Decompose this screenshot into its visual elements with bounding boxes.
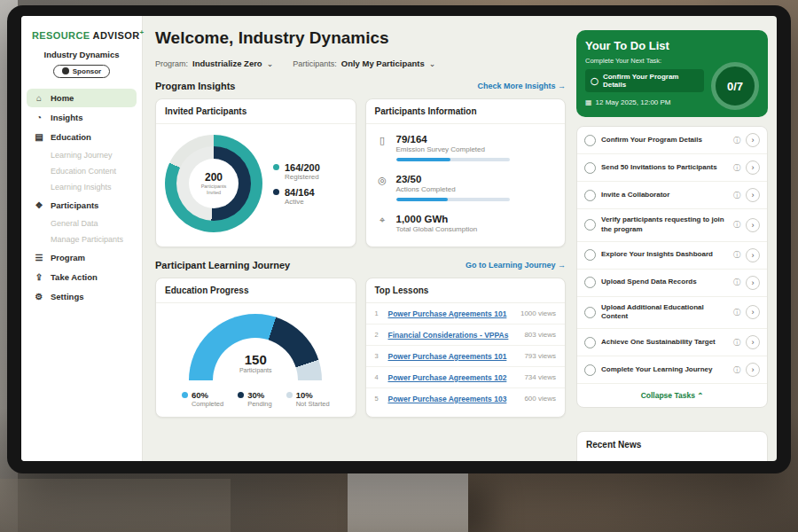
task-checkbox[interactable] bbox=[584, 190, 596, 201]
chevron-right-icon[interactable]: › bbox=[746, 188, 760, 202]
sidebar-item-insights[interactable]: ◔ Insights bbox=[27, 108, 137, 127]
sidebar-item-label: Program bbox=[51, 253, 85, 262]
lesson-views: 600 views bbox=[524, 395, 556, 403]
learning-journey-title: Participant Learning Journey bbox=[155, 260, 290, 270]
sidebar-item-take-action[interactable]: ⇪ Take Action bbox=[27, 268, 137, 286]
task-checkbox[interactable] bbox=[584, 219, 596, 231]
task-row-achieve-one-sustainability-target[interactable]: Achieve One Sustainability Target ⓘ › bbox=[577, 329, 767, 356]
calendar-icon: ▦ bbox=[585, 98, 592, 106]
sidebar-subitem-general-data[interactable]: General Data bbox=[21, 215, 142, 231]
check-more-insights-link[interactable]: Check More Insights → bbox=[477, 82, 566, 90]
collapse-tasks-link[interactable]: Collapse Tasks ⌃ bbox=[577, 384, 767, 407]
task-row-complete-your-learning-journey[interactable]: Complete Your Learning Journey ⓘ › bbox=[577, 356, 767, 384]
sidebar-item-participants[interactable]: ❖ Participants bbox=[27, 196, 137, 215]
chevron-right-icon[interactable]: › bbox=[746, 305, 760, 319]
next-task-pill[interactable]: ◯ Confirm Your Program Details bbox=[585, 69, 704, 92]
lesson-link[interactable]: Power Purchase Agreements 101 bbox=[388, 309, 514, 318]
sidebar-item-education[interactable]: ▤ Education bbox=[27, 128, 137, 146]
todo-title: Your To Do List bbox=[585, 39, 759, 52]
task-row-explore-your-insights-dashboard[interactable]: Explore Your Insights Dashboard ⓘ › bbox=[577, 242, 767, 270]
stat-label: Actions Completed bbox=[396, 185, 510, 193]
participants-stats: ▯ 79/164 Emission Survey Completed ◎ 23/… bbox=[366, 124, 566, 246]
chevron-right-icon[interactable]: › bbox=[746, 335, 760, 349]
location-icon: ⌖ bbox=[377, 215, 388, 233]
participants-icon: ❖ bbox=[34, 200, 44, 210]
task-label: Send 50 Invitations to Participants bbox=[601, 163, 728, 173]
lesson-link[interactable]: Power Purchase Agreements 102 bbox=[388, 373, 519, 382]
sidebar-subitem-manage-participants[interactable]: Manage Participants bbox=[21, 231, 142, 247]
due-date-text: 12 May 2025, 12:00 PM bbox=[596, 98, 671, 106]
recent-news-card: Recent News bbox=[576, 431, 768, 461]
legend-value: 84/164 bbox=[285, 187, 315, 198]
task-checkbox[interactable] bbox=[584, 249, 596, 261]
stat-label: Emission Survey Completed bbox=[396, 145, 510, 153]
sidebar-item-label: Education bbox=[51, 132, 91, 142]
invited-legend: 164/200 Registered 84/164 Active bbox=[273, 156, 320, 212]
education-legend-item: 30% Pending bbox=[238, 390, 272, 408]
sidebar-item-home[interactable]: ⌂ Home bbox=[27, 89, 137, 107]
invited-card-title: Invited Participants bbox=[156, 99, 356, 124]
program-insights-title: Program Insights bbox=[155, 81, 235, 91]
invited-donut-chart: 200 Participants Invited bbox=[165, 135, 262, 232]
task-checkbox[interactable] bbox=[584, 277, 596, 288]
task-checkbox[interactable] bbox=[584, 162, 596, 174]
task-label: Invite a Collaborator bbox=[601, 191, 728, 200]
task-checkbox[interactable] bbox=[584, 364, 596, 376]
legend-dot-icon bbox=[182, 392, 188, 398]
gauge-center-value: 150 bbox=[213, 352, 298, 367]
sidebar-subitem-learning-insights[interactable]: Learning Insights bbox=[21, 179, 142, 195]
legend-dot-icon bbox=[286, 392, 293, 398]
chevron-right-icon[interactable]: › bbox=[746, 160, 760, 175]
lesson-rank: 1 bbox=[375, 309, 382, 317]
info-icon: ⓘ bbox=[733, 278, 740, 287]
logo-secondary: ADVISOR bbox=[93, 30, 140, 41]
sidebar-nav: ⌂ Home ◔ Insights ▤ Education Learning J… bbox=[21, 89, 142, 306]
chevron-right-icon[interactable]: › bbox=[746, 276, 760, 290]
chevron-right-icon[interactable]: › bbox=[746, 133, 760, 147]
task-row-upload-spend-data-records[interactable]: Upload Spend Data Records ⓘ › bbox=[577, 270, 767, 297]
participants-filter[interactable]: Participants: Only My Participants ⌄ bbox=[293, 59, 435, 68]
task-checkbox[interactable] bbox=[584, 307, 596, 318]
legend-value: 164/200 bbox=[285, 162, 320, 173]
task-row-verify-participants-requesting-to-join-the-program[interactable]: Verify participants requesting to join t… bbox=[577, 209, 767, 242]
task-row-confirm-your-program-details[interactable]: Confirm Your Program Details ⓘ › bbox=[577, 127, 767, 154]
program-filter[interactable]: Program: Industrialize Zero ⌄ bbox=[155, 59, 273, 68]
lesson-link[interactable]: Financial Considerations - VPPAs bbox=[388, 331, 519, 340]
lesson-link[interactable]: Power Purchase Agreements 103 bbox=[388, 395, 519, 403]
chevron-right-icon[interactable]: › bbox=[746, 248, 760, 262]
take-action-icon: ⇪ bbox=[34, 272, 44, 282]
sidebar-item-program[interactable]: ☰ Program bbox=[27, 248, 137, 267]
legend-label: Active bbox=[285, 198, 315, 206]
chevron-right-icon[interactable]: › bbox=[746, 218, 760, 232]
task-label: Upload Spend Data Records bbox=[601, 278, 728, 287]
info-icon: ⓘ bbox=[733, 136, 740, 145]
next-task-label: Confirm Your Program Details bbox=[603, 73, 699, 89]
task-row-upload-additional-educational-content[interactable]: Upload Additional Educational Content ⓘ … bbox=[577, 297, 767, 330]
stat-row-emission-survey-completed: ▯ 79/164 Emission Survey Completed bbox=[377, 128, 555, 168]
education-legend-item: 10% Not Started bbox=[286, 390, 330, 408]
sponsor-label: Sponsor bbox=[73, 67, 101, 75]
task-row-send-50-invitations-to-participants[interactable]: Send 50 Invitations to Participants ⓘ › bbox=[577, 154, 767, 182]
sidebar: RESOURCE ADVISOR+ Industry Dynamics Spon… bbox=[21, 16, 143, 461]
sidebar-subitem-education-content[interactable]: Education Content bbox=[21, 163, 142, 179]
stat-value: 1,000 GWh bbox=[396, 214, 478, 224]
participants-info-title: Participants Information bbox=[366, 99, 566, 124]
task-checkbox[interactable] bbox=[584, 135, 596, 146]
task-row-invite-a-collaborator[interactable]: Invite a Collaborator ⓘ › bbox=[577, 182, 767, 209]
lesson-link[interactable]: Power Purchase Agreements 101 bbox=[388, 352, 519, 361]
sidebar-subitem-learning-journey[interactable]: Learning Journey bbox=[21, 147, 142, 163]
info-icon: ⓘ bbox=[733, 308, 740, 317]
lesson-rank: 5 bbox=[375, 395, 382, 403]
sidebar-item-settings[interactable]: ⚙ Settings bbox=[27, 287, 137, 306]
program-filter-label: Program: bbox=[155, 59, 188, 68]
education-card-body: 150 Participants 60% Completed 30% Pendi… bbox=[156, 303, 356, 417]
invited-legend-item: 164/200 Registered bbox=[273, 162, 320, 181]
todo-progress-ring: 0/7 bbox=[711, 62, 759, 110]
legend-label: Pending bbox=[247, 400, 272, 408]
go-to-learning-journey-link[interactable]: Go to Learning Journey → bbox=[466, 261, 566, 270]
task-label: Explore Your Insights Dashboard bbox=[601, 250, 728, 260]
chevron-right-icon[interactable]: › bbox=[746, 363, 760, 377]
learning-journey-header: Participant Learning Journey Go to Learn… bbox=[155, 260, 566, 270]
sidebar-item-label: Participants bbox=[51, 200, 98, 210]
task-checkbox[interactable] bbox=[584, 337, 596, 348]
